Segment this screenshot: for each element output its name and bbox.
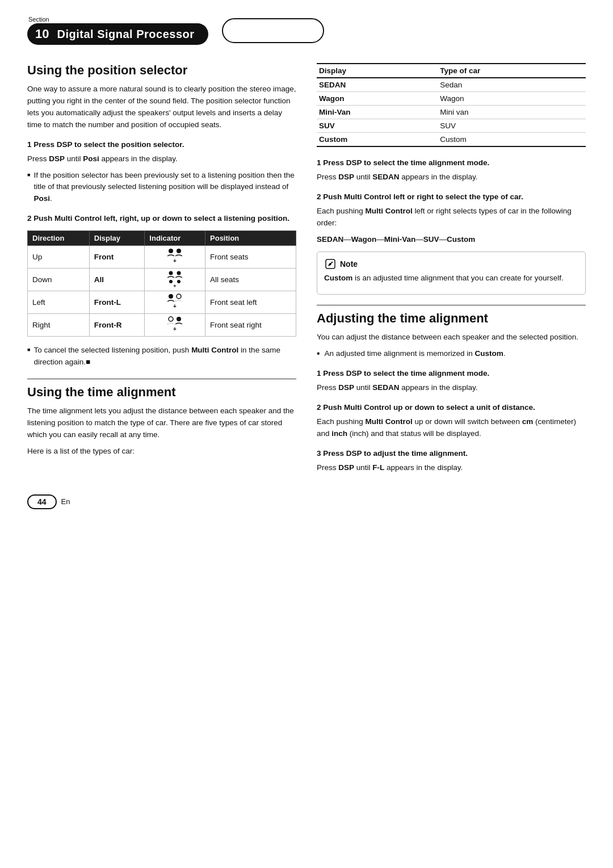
- footer: 44 En: [27, 494, 586, 509]
- sedan-sequence: SEDAN—Wagon—Mini-Van—SUV—Custom: [317, 234, 586, 246]
- svg-point-0: [169, 249, 173, 253]
- adj-step1-heading: 1 Press DSP to select the time alignment…: [317, 368, 586, 380]
- svg-point-8: [169, 294, 173, 299]
- svg-point-1: [177, 249, 181, 253]
- left-column: Using the position selector One way to a…: [27, 63, 296, 479]
- page: Section 10 Digital Signal Processor Usin…: [0, 0, 613, 868]
- table-row: Wagon Wagon: [317, 92, 586, 106]
- ta-step1-text: Press DSP until SEDAN appears in the dis…: [317, 171, 586, 183]
- front-right-icon: +: [162, 315, 187, 333]
- type-cell: Wagon: [438, 92, 586, 106]
- table-row: Left Front-L + Fron: [28, 291, 296, 314]
- front-left-icon: +: [162, 292, 187, 311]
- header: Section 10 Digital Signal Processor: [27, 16, 586, 45]
- step1-pos-heading: 1 Press DSP to select the position selec…: [27, 139, 296, 151]
- svg-point-5: [169, 280, 173, 283]
- pos-selector-heading: Using the position selector: [27, 63, 296, 78]
- table-row: Custom Custom: [317, 133, 586, 147]
- car-table-head: Display Type of car: [317, 64, 586, 78]
- type-cell: Sedan: [438, 78, 586, 92]
- display-cell: SUV: [317, 119, 438, 133]
- indicator-cell: +: [145, 269, 205, 291]
- col-car-type: Type of car: [438, 64, 586, 78]
- adj-step1-text: Press DSP until SEDAN appears in the dis…: [317, 382, 586, 394]
- car-type-table: Display Type of car SEDAN Sedan Wagon Wa…: [317, 63, 586, 147]
- time-alignment-intro: The time alignment lets you adjust the d…: [27, 405, 296, 441]
- direction-cell: Down: [28, 269, 90, 291]
- display-cell: Mini-Van: [317, 106, 438, 119]
- type-cell: SUV: [438, 119, 586, 133]
- section-badge: Section 10 Digital Signal Processor: [27, 16, 208, 45]
- type-cell: Mini van: [438, 106, 586, 119]
- ta-step2-heading: 2 Push Multi Control left or right to se…: [317, 191, 586, 203]
- step1-pos-text: Press DSP until Posi appears in the disp…: [27, 153, 296, 165]
- col-direction: Direction: [28, 231, 90, 246]
- display-cell: SEDAN: [317, 78, 438, 92]
- main-content: Using the position selector One way to a…: [27, 63, 586, 479]
- indicator-cell: +: [145, 291, 205, 314]
- bullet-square-icon: ■: [27, 346, 30, 354]
- adj-step2-text: Each pushing Multi Control up or down wi…: [317, 416, 586, 440]
- type-cell: Custom: [438, 133, 586, 147]
- indicator-cell: +: [145, 246, 205, 269]
- svg-text:+: +: [173, 258, 177, 264]
- table-row: SEDAN Sedan: [317, 78, 586, 92]
- adj-step3-text: Press DSP until F-L appears in the displ…: [317, 462, 586, 474]
- right-column: Display Type of car SEDAN Sedan Wagon Wa…: [317, 63, 586, 479]
- table-row: Right Front-R + Fro: [28, 314, 296, 337]
- position-cell: Front seats: [205, 246, 296, 269]
- section-divider: [27, 379, 296, 379]
- svg-point-9: [177, 294, 181, 299]
- table-row: Up Front + Front se: [28, 246, 296, 269]
- note-pencil-icon: [324, 258, 337, 270]
- adj-step3-heading: 3 Press DSP to adjust the time alignment…: [317, 448, 586, 460]
- list-intro: Here is a list of the types of car:: [27, 446, 296, 458]
- svg-point-3: [169, 271, 173, 275]
- page-number: 44: [27, 494, 57, 509]
- table-row: SUV SUV: [317, 119, 586, 133]
- time-alignment-heading: Using the time alignment: [27, 385, 296, 400]
- position-cell: Front seat right: [205, 314, 296, 337]
- display-cell: Front: [89, 246, 145, 269]
- svg-point-6: [177, 280, 180, 283]
- svg-point-11: [169, 317, 173, 321]
- indicator-cell: +: [145, 314, 205, 337]
- col-display: Display: [89, 231, 145, 246]
- front-up-icon: +: [162, 247, 187, 265]
- svg-text:+: +: [173, 326, 177, 332]
- step1-pos-bullet: ■ If the position selector has been prev…: [27, 170, 296, 206]
- table-row: Down All +: [28, 269, 296, 291]
- svg-text:+: +: [173, 303, 177, 309]
- car-table-body: SEDAN Sedan Wagon Wagon Mini-Van Mini va…: [317, 78, 586, 146]
- col-display: Display: [317, 64, 438, 78]
- section-pill: 10 Digital Signal Processor: [27, 23, 208, 45]
- display-cell: Front-R: [89, 314, 145, 337]
- display-cell: Custom: [317, 133, 438, 147]
- pos-selector-intro: One way to assure a more natural sound i…: [27, 83, 296, 131]
- section-label: Section: [27, 16, 49, 23]
- adj-bullet: • An adjusted time alignment is memorize…: [317, 348, 586, 360]
- svg-point-15: [331, 261, 333, 262]
- ta-step2-text: Each pushing Multi Control left or right…: [317, 206, 586, 229]
- section-title: Digital Signal Processor: [57, 28, 194, 41]
- section-divider-right: [317, 305, 586, 305]
- col-indicator: Indicator: [145, 231, 205, 246]
- direction-table-body: Up Front + Front se: [28, 246, 296, 337]
- section-number: 10: [35, 27, 49, 41]
- adj-intro: You can adjust the distance between each…: [317, 332, 586, 343]
- position-cell: Front seat left: [205, 291, 296, 314]
- direction-table: Direction Display Indicator Position Up …: [27, 230, 296, 337]
- svg-point-4: [177, 271, 181, 275]
- cancel-bullet: ■ To cancel the selected listening posit…: [27, 345, 296, 368]
- bullet-square-icon: ■: [27, 171, 30, 179]
- position-cell: All seats: [205, 269, 296, 291]
- note-box: Note Custom is an adjusted time alignmen…: [317, 251, 586, 295]
- col-position: Position: [205, 231, 296, 246]
- direction-cell: Right: [28, 314, 90, 337]
- adj-time-alignment-heading: Adjusting the time alignment: [317, 311, 586, 326]
- adj-step2-heading: 2 Push Multi Control up or down to selec…: [317, 402, 586, 414]
- step2-pos-heading: 2 Push Multi Control left, right, up or …: [27, 213, 296, 225]
- display-cell: All: [89, 269, 145, 291]
- bullet-dot-icon: •: [317, 348, 320, 360]
- svg-point-12: [177, 317, 181, 321]
